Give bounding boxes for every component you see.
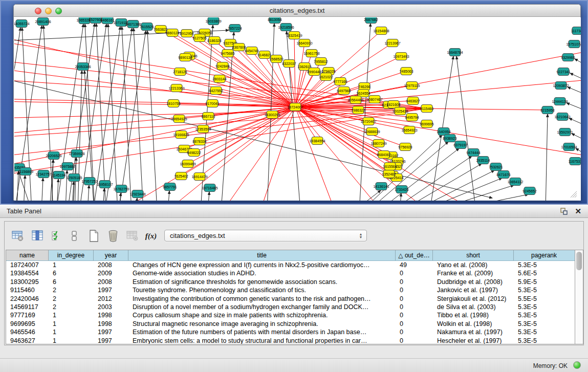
graph-node[interactable]: 7615526 bbox=[140, 23, 154, 31]
graph-node[interactable]: 2803144 bbox=[212, 75, 226, 83]
graph-node[interactable]: 12093872 bbox=[553, 82, 569, 90]
column-header-pagerank[interactable]: pagerank bbox=[514, 250, 574, 260]
column-header-out_de[interactable]: △ out_de… bbox=[396, 250, 433, 260]
graph-node[interactable]: 8938923 bbox=[443, 135, 456, 142]
graph-node[interactable]: 1117343 bbox=[571, 27, 581, 35]
graph-node[interactable]: 9329966 bbox=[561, 54, 575, 61]
table-row[interactable]: 946362711997Embryonic stem cells: a mode… bbox=[6, 337, 575, 344]
graph-node[interactable]: 20891406 bbox=[35, 18, 51, 26]
graph-node[interactable]: 16961758 bbox=[303, 50, 319, 57]
graph-node[interactable]: 12213363 bbox=[168, 84, 184, 92]
graph-node[interactable]: 1167531 bbox=[569, 158, 581, 165]
graph-node[interactable]: 18807249 bbox=[371, 140, 386, 147]
graph-node[interactable]: 16648784 bbox=[447, 49, 463, 56]
table-row[interactable]: 1938455462009Genome-wide association stu… bbox=[6, 269, 575, 277]
graph-node[interactable]: 2718126 bbox=[173, 68, 187, 76]
graph-node[interactable]: 6379197 bbox=[453, 141, 467, 149]
graph-node[interactable]: 8466161 bbox=[100, 17, 114, 24]
graph-node[interactable]: 18300295 bbox=[264, 111, 280, 119]
graph-node[interactable]: 11156869 bbox=[18, 168, 33, 176]
graph-node[interactable]: 2367608 bbox=[232, 43, 246, 51]
graph-node[interactable]: 16782759 bbox=[113, 185, 129, 193]
graph-node[interactable]: 17016504 bbox=[561, 143, 577, 151]
graph-node[interactable]: 9227341 bbox=[556, 68, 570, 76]
graph-node[interactable]: 9756928 bbox=[398, 143, 412, 151]
graph-node[interactable]: 12353594 bbox=[195, 125, 211, 133]
graph-node[interactable]: 2935114 bbox=[476, 157, 490, 164]
graph-node[interactable]: 18724007 bbox=[287, 103, 303, 111]
graph-node[interactable]: 9242848 bbox=[215, 62, 229, 70]
column-header-name[interactable]: name bbox=[6, 250, 49, 260]
column-header-title[interactable]: title bbox=[128, 250, 396, 260]
network-window[interactable]: citations_edges.txt 14055724208914061065… bbox=[13, 4, 581, 201]
graph-node[interactable]: 7986322 bbox=[351, 106, 365, 114]
column-visibility-icon[interactable] bbox=[30, 229, 45, 243]
graph-node[interactable]: 16914479 bbox=[191, 173, 207, 181]
graph-node[interactable]: 10688639 bbox=[364, 128, 380, 136]
graph-node[interactable]: 8912954 bbox=[180, 30, 193, 37]
graph-node[interactable]: 1733426 bbox=[395, 186, 408, 193]
graph-node[interactable]: 2687682 bbox=[364, 17, 378, 24]
float-icon[interactable] bbox=[560, 208, 568, 215]
scrollbar-thumb[interactable] bbox=[576, 252, 582, 270]
graph-node[interactable]: 8990448 bbox=[307, 68, 321, 76]
graph-node[interactable]: 17359928 bbox=[69, 150, 84, 158]
table-row[interactable]: 911546021997Tourette syndrome. Phenomeno… bbox=[6, 286, 575, 294]
graph-node[interactable]: 16154808 bbox=[373, 27, 389, 35]
graph-node[interactable]: 20206526 bbox=[46, 152, 61, 160]
graph-node[interactable]: 8215958 bbox=[540, 106, 554, 114]
graph-node[interactable]: 9170041 bbox=[205, 100, 219, 107]
graph-node[interactable]: 5498222 bbox=[187, 149, 201, 157]
graph-node[interactable]: 14055724 bbox=[14, 20, 30, 28]
table-row[interactable]: 1872400712008Changes of HCN gene express… bbox=[6, 261, 575, 269]
graph-node[interactable]: 9857791 bbox=[163, 183, 177, 191]
graph-node[interactable]: 9860124 bbox=[165, 29, 179, 37]
graph-node[interactable]: 13592971 bbox=[557, 128, 573, 136]
graph-node[interactable]: 16958107 bbox=[97, 181, 113, 188]
graph-node[interactable]: 8454749 bbox=[245, 47, 258, 55]
graph-node[interactable]: 15720407 bbox=[360, 118, 376, 125]
graph-node[interactable]: 16210643 bbox=[554, 113, 570, 121]
network-graph[interactable]: 1405572420891406106532871527602846616110… bbox=[14, 17, 581, 201]
graph-node[interactable]: 8322037 bbox=[282, 60, 296, 68]
minimize-window-button[interactable] bbox=[45, 8, 52, 14]
graph-node[interactable]: 8471676 bbox=[496, 171, 510, 179]
graph-node[interactable]: 9474444 bbox=[466, 149, 480, 157]
graph-node[interactable]: 16654923 bbox=[401, 126, 417, 134]
graph-node[interactable]: 9684067 bbox=[377, 151, 390, 159]
new-file-icon[interactable] bbox=[86, 229, 101, 243]
graph-node[interactable]: 1810755 bbox=[166, 100, 180, 107]
graph-node[interactable]: 9495794 bbox=[405, 114, 419, 121]
table-row[interactable]: 946554611997Estimation of the future num… bbox=[6, 328, 575, 336]
table-mode-icon[interactable] bbox=[67, 229, 81, 243]
graph-node[interactable]: 16099469 bbox=[180, 160, 195, 168]
graph-node[interactable]: 16033809 bbox=[205, 17, 221, 25]
graph-node[interactable]: 9463627 bbox=[406, 97, 420, 105]
graph-node[interactable]: 10973493 bbox=[393, 53, 409, 60]
graph-node[interactable]: 1352482 bbox=[382, 170, 396, 178]
node-table[interactable]: namein_degreeyeartitle△ out_de…shortpage… bbox=[6, 250, 575, 344]
graph-node[interactable]: 1615564 bbox=[383, 163, 397, 170]
table-row[interactable]: 969969511998Structural magnetic resonanc… bbox=[6, 320, 575, 328]
table-row[interactable]: 977716911998Corpus callosum shape and si… bbox=[6, 311, 575, 319]
graph-node[interactable]: 16640910 bbox=[296, 39, 312, 47]
graph-node[interactable]: 7485063 bbox=[399, 68, 413, 75]
graph-node[interactable]: 19218596 bbox=[278, 24, 294, 31]
graph-node[interactable]: 1621022 bbox=[319, 73, 333, 81]
graph-node[interactable]: 10025438 bbox=[392, 107, 408, 115]
graph-node[interactable]: 9699695 bbox=[420, 120, 433, 128]
graph-node[interactable]: 7532621 bbox=[489, 163, 503, 171]
graph-node[interactable]: 7857224 bbox=[228, 25, 242, 32]
graph-node[interactable]: 19654925 bbox=[171, 115, 187, 123]
graph-node[interactable]: 7625402 bbox=[174, 172, 188, 180]
graph-node[interactable]: 1568520 bbox=[269, 55, 283, 63]
graph-node[interactable]: 19166825 bbox=[173, 131, 189, 139]
close-window-button[interactable] bbox=[35, 8, 41, 14]
graph-node[interactable]: 19384554 bbox=[309, 137, 325, 145]
delete-table-icon[interactable] bbox=[125, 229, 140, 243]
graph-node[interactable]: 19716485 bbox=[202, 184, 217, 192]
graph-node[interactable]: 12342757 bbox=[35, 170, 51, 178]
graph-node[interactable]: 6497568 bbox=[337, 87, 351, 95]
graph-node[interactable]: 10807467 bbox=[366, 96, 382, 103]
table-row[interactable]: 1456911722003Disruption of a novel membe… bbox=[6, 303, 575, 311]
